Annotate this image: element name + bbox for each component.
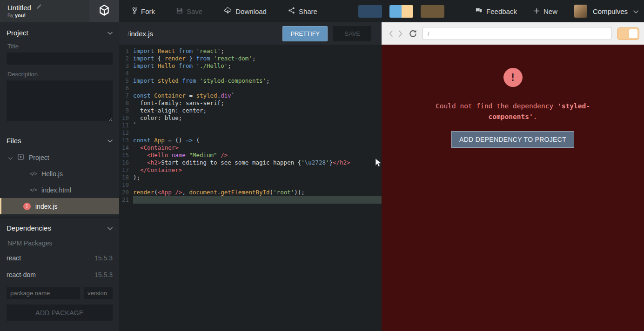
code-line[interactable]: 4 (119, 70, 382, 77)
preview-toggle[interactable] (617, 27, 639, 40)
line-number: 7 (119, 92, 133, 99)
error-exclamation-icon: ! (503, 68, 523, 87)
file-hello-js[interactable]: </> Hello.js (7, 166, 113, 182)
line-number: 8 (119, 99, 133, 107)
view-preview-only-button[interactable] (421, 5, 444, 18)
line-number: 14 (119, 144, 133, 152)
line-number: 12 (119, 129, 133, 137)
toggle-knob (629, 29, 637, 38)
feedback-button[interactable]: Feedback (475, 7, 517, 15)
code-line[interactable]: 15 <Hello name="Medium" /> (119, 152, 382, 159)
project-section-title: Project (7, 29, 28, 37)
editor-header: /index.js PRETTIFY SAVE (119, 22, 382, 45)
code-line[interactable]: 12 (119, 129, 382, 137)
project-title-block: Untitled By you! (0, 0, 119, 22)
file-index-html[interactable]: </> index.html (7, 182, 113, 198)
path-filename: index.js (129, 30, 153, 38)
line-number: 11 (119, 122, 133, 129)
code-line[interactable]: 11` (119, 122, 382, 129)
code-line[interactable]: 7const Container = styled.div` (119, 92, 382, 99)
code-area[interactable]: 1import React from 'react';2import { ren… (119, 45, 382, 331)
forward-button[interactable] (398, 30, 403, 38)
error-badge-icon: ! (23, 203, 31, 210)
code-line[interactable]: 5import styled from 'styled-components'; (119, 77, 382, 85)
feedback-icon (475, 7, 483, 15)
code-line[interactable]: 17 </Container> (119, 166, 382, 174)
code-line[interactable]: 20render(<App />, document.getElementByI… (119, 189, 382, 196)
username: Compulves (593, 7, 628, 15)
prettify-button[interactable]: PRETTIFY (282, 26, 328, 41)
preview-url-input[interactable] (423, 27, 611, 40)
code-line[interactable]: 10 color: blue; (119, 114, 382, 122)
project-title-input[interactable] (7, 53, 113, 65)
open-file-path: /index.js (127, 30, 153, 38)
plus-icon (534, 7, 540, 15)
code-file-icon: </> (30, 187, 37, 192)
share-button[interactable]: Share (288, 7, 317, 16)
line-number: 17 (119, 166, 133, 174)
share-icon (288, 7, 295, 15)
save-icon (176, 7, 183, 15)
app-logo[interactable] (89, 0, 119, 22)
code-line[interactable]: 1import React from 'react'; (119, 47, 382, 55)
download-icon (224, 7, 232, 15)
view-editor-only-button[interactable] (358, 5, 382, 18)
file-index-js[interactable]: ! index.js (0, 198, 119, 214)
code-line[interactable]: 8 font-family: sans-serif; (119, 99, 382, 107)
add-dependency-button[interactable]: ADD DEPENDENCY TO PROJECT (451, 131, 574, 148)
dependencies-section: Dependencies NPM Packages react 15.5.3 r… (0, 218, 119, 328)
code-line[interactable]: 16 <h2>Start editing to see some magic h… (119, 159, 382, 166)
package-version-input[interactable] (84, 287, 113, 299)
dependency-version: 15.5.3 (94, 271, 113, 278)
add-package-button[interactable]: ADD PACKAGE (7, 305, 113, 321)
line-number: 13 (119, 137, 133, 144)
code-line[interactable]: 21 (119, 196, 382, 204)
edit-title-icon[interactable] (36, 3, 42, 12)
files-section: Files Project </> Hello.js </> index.htm… (0, 130, 119, 218)
chevron-down-icon (8, 154, 13, 161)
share-label: Share (299, 7, 317, 15)
project-section-header[interactable]: Project (7, 28, 113, 37)
line-number: 1 (119, 47, 133, 55)
package-name-input[interactable] (7, 287, 80, 299)
line-number: 10 (119, 114, 133, 122)
back-button[interactable] (388, 30, 394, 38)
tree-root-label: Project (29, 154, 49, 161)
dependencies-section-header[interactable]: Dependencies (7, 224, 113, 232)
line-number: 3 (119, 62, 133, 70)
title-field-label: Title (7, 43, 113, 50)
tree-root-project[interactable]: Project (7, 149, 113, 166)
project-title: Untitled (7, 4, 31, 12)
code-line[interactable]: 14 <Container> (119, 144, 382, 152)
line-number: 18 (119, 174, 133, 181)
line-number: 9 (119, 107, 133, 114)
new-sandbox-button[interactable]: New (534, 7, 557, 15)
user-menu[interactable]: Compulves (574, 5, 638, 18)
fork-icon (132, 7, 137, 16)
dependency-row[interactable]: react 15.5.3 (7, 250, 113, 266)
files-section-header[interactable]: Files (7, 136, 113, 145)
dependency-row[interactable]: react-dom 15.5.3 (7, 266, 113, 283)
chevron-down-icon (107, 28, 113, 37)
download-button[interactable]: Download (224, 7, 267, 16)
code-editor-pane: /index.js PRETTIFY SAVE 1import React fr… (119, 22, 382, 331)
fork-button[interactable]: Fork (132, 7, 155, 16)
line-number: 6 (119, 85, 133, 92)
code-line[interactable]: 9 text-align: center; (119, 107, 382, 114)
code-line[interactable]: 6 (119, 85, 382, 92)
code-line[interactable]: 18); (119, 174, 382, 181)
project-description-textarea[interactable] (7, 80, 113, 121)
code-line[interactable]: 3import Hello from './Hello'; (119, 62, 382, 70)
refresh-button[interactable] (409, 29, 417, 38)
save-button[interactable]: Save (176, 7, 202, 16)
code-line[interactable]: 2import { render } from 'react-dom'; (119, 55, 382, 62)
project-byline: By you! (7, 13, 89, 18)
code-line[interactable]: 13const App = () => ( (119, 137, 382, 144)
chevron-down-icon (633, 7, 638, 15)
view-split-button[interactable] (389, 5, 413, 18)
view-mode-switcher (358, 5, 444, 18)
save-code-button[interactable]: SAVE (333, 26, 371, 41)
dependencies-section-title: Dependencies (7, 224, 51, 232)
file-name: index.html (41, 186, 71, 194)
code-line[interactable]: 19 (119, 181, 382, 189)
